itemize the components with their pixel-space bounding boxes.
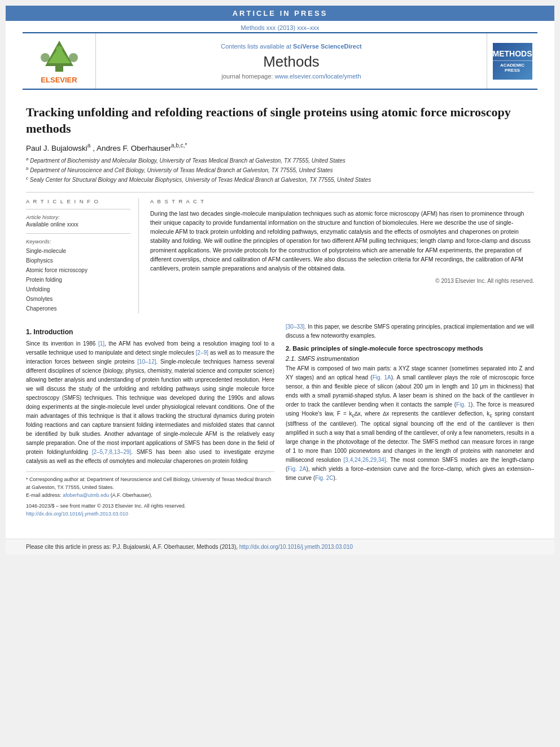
- svg-point-5: [56, 46, 63, 53]
- section1-title: 1. Introduction: [26, 328, 274, 336]
- keyword-3: Atomic force microscopy: [26, 265, 130, 275]
- article-title: Tracking unfolding and refolding reactio…: [26, 104, 534, 137]
- history-label: Article history:: [26, 214, 130, 220]
- section2-title: 2. Basic principles of single-molecule f…: [286, 345, 534, 352]
- article-info-abstract-section: A R T I C L E I N F O Article history: A…: [26, 198, 534, 313]
- ref-1[interactable]: [1]: [98, 340, 104, 347]
- email-label: E-mail address:: [26, 492, 63, 498]
- doi-link[interactable]: http://dx.doi.org/10.1016/j.ymeth.2013.0…: [26, 510, 274, 518]
- article-body: Tracking unfolding and refolding reactio…: [6, 90, 554, 530]
- homepage-url[interactable]: www.elsevier.com/locate/ymeth: [275, 73, 361, 80]
- authors-line: Paul J. Bujalowskia , Andres F. Oberhaus…: [26, 142, 534, 152]
- methods-logo-subtext: ACADEMIC PRESS: [493, 60, 532, 73]
- keyword-6: Osmolytes: [26, 294, 130, 304]
- svg-point-3: [41, 53, 50, 62]
- ref-10-12[interactable]: [10–12]: [137, 359, 156, 365]
- fig-2c-ref[interactable]: Fig. 2C: [315, 475, 333, 481]
- history-value: Available online xxxx: [26, 221, 130, 228]
- info-divider: [26, 209, 130, 209]
- elsevier-tree-icon: [34, 38, 85, 75]
- methods-logo: METHODS ACADEMIC PRESS: [487, 33, 537, 89]
- citation-doi-link[interactable]: http://dx.doi.org/10.1016/j.ymeth.2013.0…: [239, 544, 353, 550]
- article-info-column: A R T I C L E I N F O Article history: A…: [26, 198, 139, 313]
- keywords-label: Keywords:: [26, 238, 130, 244]
- main-left-column: 1. Introduction Since its invention in 1…: [26, 322, 274, 518]
- article-in-press-banner: ARTICLE IN PRESS: [6, 6, 554, 21]
- elsevier-logo: ELSEVIER: [23, 33, 96, 89]
- section2-sub1-title: 2.1. SMFS instrumentation: [286, 355, 534, 362]
- footnotes-area: * Corresponding author at: Department of…: [26, 471, 274, 518]
- abstract-heading: A B S T R A C T: [150, 198, 534, 204]
- section2-sub1-text: The AFM is composed of two main parts: a…: [286, 364, 534, 483]
- abstract-column: A B S T R A C T During the last two deca…: [150, 198, 534, 313]
- affiliations: a Department of Biochemistry and Molecul…: [26, 156, 534, 185]
- ref-2-9[interactable]: [2–9]: [196, 350, 208, 356]
- abstract-text: During the last two decades single-molec…: [150, 209, 534, 273]
- svg-rect-0: [55, 66, 63, 72]
- citation-text: Please cite this article in press as: P.…: [26, 544, 239, 550]
- corresponding-author-note: * Corresponding author at: Department of…: [26, 475, 274, 492]
- keyword-7: Chaperones: [26, 304, 130, 313]
- journal-center: Contents lists available at SciVerse Sci…: [96, 33, 487, 89]
- main-right-column: [30–33]. In this paper, we describe SMFS…: [286, 322, 534, 518]
- section1-text: Since its invention in 1986 [1], the AFM…: [26, 339, 274, 466]
- copyright-line: © 2013 Elsevier Inc. All rights reserved…: [150, 278, 534, 284]
- keyword-1: Single-molecule: [26, 246, 130, 256]
- fig-1a-ref[interactable]: Fig. 1A: [373, 374, 391, 381]
- journal-reference: Methods xxx (2013) xxx–xxx: [6, 21, 554, 32]
- affiliation-b: b Department of Neuroscience and Cell Bi…: [26, 165, 534, 175]
- section1-cont-text: [30–33]. In this paper, we describe SMFS…: [286, 322, 534, 340]
- methods-logo-box: METHODS ACADEMIC PRESS: [493, 43, 532, 80]
- email-link[interactable]: afoberha@utmb.edu: [63, 492, 109, 498]
- sciverse-link-text[interactable]: SciVerse ScienceDirect: [293, 43, 362, 50]
- author1-affiliation: a: [88, 142, 91, 148]
- journal-ref-text: Methods xxx (2013) xxx–xxx: [241, 24, 320, 31]
- ref-2-29[interactable]: [2–5,7,8,13–29]: [92, 449, 132, 455]
- title-divider: [26, 192, 534, 193]
- fig-1-ref[interactable]: Fig. 1: [456, 401, 471, 408]
- issn-note: 1046-2023/$ – see front matter © 2013 El…: [26, 502, 274, 510]
- journal-title: Methods: [263, 53, 320, 71]
- journal-header: ELSEVIER Contents lists available at Sci…: [23, 32, 537, 90]
- article-info-heading: A R T I C L E I N F O: [26, 198, 130, 204]
- ref-30-33[interactable]: [30–33]: [286, 324, 304, 330]
- methods-logo-text: METHODS: [493, 49, 532, 58]
- keyword-5: Unfolding: [26, 285, 130, 294]
- history-divider: [26, 233, 130, 234]
- author2-affiliation: a,b,c,*: [171, 142, 187, 148]
- email-note: E-mail address: afoberha@utmb.edu (A.F. …: [26, 491, 274, 499]
- affiliation-c: c Sealy Center for Structural Biology an…: [26, 175, 534, 185]
- page: ARTICLE IN PRESS Methods xxx (2013) xxx–…: [6, 6, 554, 554]
- banner-text: ARTICLE IN PRESS: [233, 9, 328, 18]
- sciverse-prefix: Contents lists available at: [221, 43, 293, 50]
- keyword-4: Protein folding: [26, 275, 130, 285]
- author2-name: , Andres F. Oberhauser: [93, 144, 171, 152]
- doi-href[interactable]: http://dx.doi.org/10.1016/j.ymeth.2013.0…: [26, 511, 128, 517]
- svg-point-4: [69, 53, 78, 62]
- affiliation-a: a Department of Biochemistry and Molecul…: [26, 156, 534, 165]
- fig-2a-ref[interactable]: Fig. 2A: [287, 466, 306, 472]
- sciverse-line: Contents lists available at SciVerse Sci…: [221, 43, 362, 50]
- keyword-2: Biophysics: [26, 256, 130, 265]
- elsevier-brand-text: ELSEVIER: [41, 76, 77, 84]
- ref-3-4-34[interactable]: [3,4,24,26,29,34]: [344, 457, 386, 463]
- author1-name: Paul J. Bujalowski: [26, 144, 88, 152]
- citation-bar: Please cite this article in press as: P.…: [6, 539, 554, 554]
- journal-homepage: journal homepage: www.elsevier.com/locat…: [221, 73, 361, 80]
- homepage-label: journal homepage:: [221, 73, 274, 80]
- main-article-columns: 1. Introduction Since its invention in 1…: [26, 322, 534, 518]
